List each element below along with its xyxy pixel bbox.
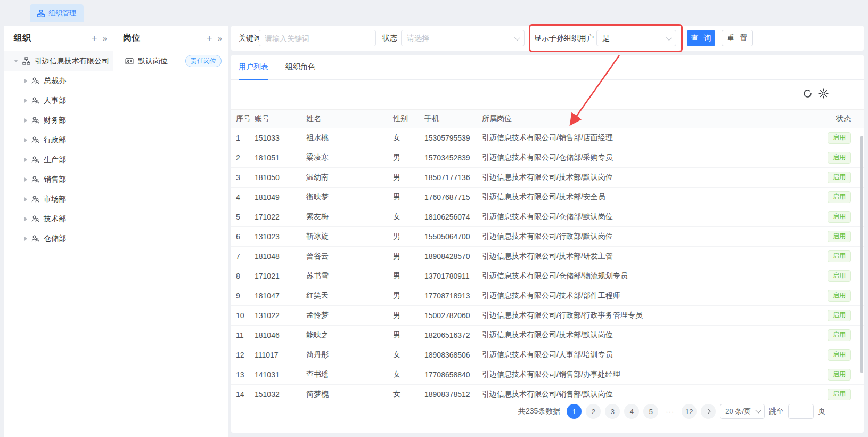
tab-org-roles[interactable]: 组织角色 <box>285 55 315 79</box>
table-row[interactable]: 12 111017 简丹彤 女 18908368506 引迈信息技术有限公司/人… <box>231 345 864 365</box>
keyword-input[interactable] <box>265 34 370 43</box>
chevron-right-icon <box>706 408 711 414</box>
vertical-scrollbar[interactable] <box>860 136 863 373</box>
cell-account: 181046 <box>255 331 306 339</box>
cell-phone: 18908378512 <box>424 390 482 399</box>
page-size-select[interactable]: 20 条/页 <box>720 404 765 419</box>
refresh-icon[interactable] <box>803 88 813 99</box>
tree-item-department[interactable]: 总裁办 <box>4 71 113 91</box>
table-row[interactable]: 14 151032 简梦槐 女 18908378512 引迈信息技术有限公司/销… <box>231 385 864 404</box>
tree-item-department[interactable]: 行政部 <box>4 130 113 150</box>
cell-no: 2 <box>236 153 255 162</box>
cell-position: 引迈信息技术有限公司/技术部/部件工程师 <box>482 291 800 301</box>
status-badge: 启用 <box>828 290 851 301</box>
tree-item-department[interactable]: 人事部 <box>4 91 113 110</box>
caret-right-icon[interactable] <box>24 217 27 221</box>
table-row[interactable]: 9 181047 红笑天 男 17708718913 引迈信息技术有限公司/技术… <box>231 286 864 306</box>
caret-down-icon[interactable] <box>14 60 18 62</box>
query-button[interactable]: 查 询 <box>687 30 715 46</box>
cell-position: 引迈信息技术有限公司/技术部/默认岗位 <box>482 330 800 340</box>
pagination-ellipsis: ··· <box>662 404 677 419</box>
next-page-button[interactable] <box>701 404 716 419</box>
cell-phone: 13701780911 <box>424 272 482 280</box>
table-row[interactable]: 5 171022 索友梅 女 18106256074 引迈信息技术有限公司/仓储… <box>231 207 864 227</box>
tree-item-label: 财务部 <box>44 116 66 125</box>
caret-right-icon[interactable] <box>24 237 27 241</box>
organization-panel: 组织 + » 引迈信息技术有限公司 总裁办 人事部 <box>4 26 113 437</box>
status-badge: 启用 <box>828 369 851 380</box>
cell-gender: 男 <box>393 192 424 202</box>
cell-gender: 女 <box>393 350 424 360</box>
descendant-select[interactable]: 是 <box>596 30 676 46</box>
add-organization-icon[interactable]: + <box>92 33 97 43</box>
tree-item-department[interactable]: 市场部 <box>4 189 113 209</box>
organization-tree: 引迈信息技术有限公司 总裁办 人事部 财务部 行政部 <box>4 51 113 248</box>
table-row[interactable]: 7 181048 曾谷云 男 18908428570 引迈信息技术有限公司/技术… <box>231 247 864 266</box>
table-row[interactable]: 13 141031 查书瑶 女 17708658840 引迈信息技术有限公司/销… <box>231 365 864 385</box>
status-badge: 启用 <box>828 270 851 281</box>
cell-position: 引迈信息技术有限公司/技术部/研发主管 <box>482 252 800 261</box>
cell-gender: 女 <box>393 133 424 143</box>
position-panel: 岗位 + » 默认岗位 责任岗位 <box>113 26 228 437</box>
status-badge: 启用 <box>828 389 851 400</box>
tree-item-department[interactable]: 仓储部 <box>4 229 113 248</box>
table-row[interactable]: 6 131023 靳冰旋 男 15505064700 引迈信息技术有限公司/行政… <box>231 227 864 247</box>
table-row[interactable]: 3 181050 温幼南 男 18507177136 引迈信息技术有限公司/技术… <box>231 168 864 188</box>
total-count-text: 共235条数据 <box>518 407 560 416</box>
tab-org-management[interactable]: 组织管理 <box>30 4 84 22</box>
collapse-panel-icon[interactable]: » <box>218 34 222 42</box>
tree-item-department[interactable]: 销售部 <box>4 169 113 189</box>
settings-gear-icon[interactable] <box>818 88 829 99</box>
status-select[interactable]: 请选择 <box>401 30 525 46</box>
table-row[interactable]: 8 171021 苏书雪 男 13701780911 引迈信息技术有限公司/仓储… <box>231 266 864 286</box>
cell-phone: 15505064700 <box>424 232 482 241</box>
page-button-2[interactable]: 2 <box>586 404 601 419</box>
tree-item-department[interactable]: 生产部 <box>4 150 113 169</box>
table-row[interactable]: 2 181051 梁凌寒 男 15703452839 引迈信息技术有限公司/仓储… <box>231 148 864 168</box>
position-item-default[interactable]: 默认岗位 责任岗位 <box>113 51 228 71</box>
caret-right-icon[interactable] <box>24 177 27 182</box>
caret-right-icon[interactable] <box>24 99 27 103</box>
reset-button[interactable]: 重 置 <box>722 30 753 46</box>
jump-page-input[interactable] <box>788 404 814 419</box>
page-button-4[interactable]: 4 <box>624 404 639 419</box>
cell-position: 引迈信息技术有限公司/仓储部/物流规划专员 <box>482 271 800 281</box>
caret-right-icon[interactable] <box>24 158 27 162</box>
caret-right-icon[interactable] <box>24 118 27 123</box>
table-row[interactable]: 1 151033 祖水桃 女 15305795539 引迈信息技术有限公司/销售… <box>231 128 864 148</box>
tab-user-list[interactable]: 用户列表 <box>239 55 268 79</box>
user-table: 序号 账号 姓名 性别 手机 所属岗位 状态 1 151033 祖水桃 女 15… <box>231 109 864 404</box>
cell-gender: 男 <box>393 330 424 340</box>
tree-item-label: 技术部 <box>44 214 66 224</box>
department-icon <box>31 77 39 85</box>
tree-item-label: 生产部 <box>44 155 66 165</box>
add-position-icon[interactable]: + <box>207 33 212 43</box>
page-button-1[interactable]: 1 <box>567 404 582 419</box>
cell-name: 索友梅 <box>306 212 393 222</box>
cell-no: 11 <box>236 331 255 339</box>
table-row[interactable]: 11 181046 能映之 男 18206516372 引迈信息技术有限公司/技… <box>231 326 864 345</box>
page-button-12[interactable]: 12 <box>682 404 697 419</box>
cell-phone: 18507177136 <box>424 173 482 182</box>
header-status: 状态 <box>800 114 864 124</box>
collapse-panel-icon[interactable]: » <box>103 34 107 42</box>
table-row[interactable]: 10 131022 孟怜梦 男 15002782060 引迈信息技术有限公司/行… <box>231 306 864 326</box>
caret-right-icon[interactable] <box>24 197 27 201</box>
page-button-5[interactable]: 5 <box>643 404 658 419</box>
table-row[interactable]: 4 181049 衡映梦 男 17607687715 引迈信息技术有限公司/技术… <box>231 188 864 207</box>
status-badge: 启用 <box>828 349 851 360</box>
caret-right-icon[interactable] <box>24 79 27 83</box>
tree-root-company[interactable]: 引迈信息技术有限公司 <box>4 51 113 71</box>
keyword-input-wrap <box>259 30 376 46</box>
page-button-3[interactable]: 3 <box>605 404 620 419</box>
tree-item-department[interactable]: 财务部 <box>4 110 113 130</box>
table-toolbar <box>803 88 829 99</box>
page-size-value: 20 条/页 <box>725 407 751 416</box>
caret-right-icon[interactable] <box>24 138 27 142</box>
tree-item-label: 仓储部 <box>44 234 66 244</box>
header-position: 所属岗位 <box>482 114 800 124</box>
tree-item-department[interactable]: 技术部 <box>4 209 113 229</box>
cell-name: 曾谷云 <box>306 252 393 261</box>
cell-gender: 男 <box>393 311 424 320</box>
tree-item-label: 人事部 <box>44 96 66 106</box>
